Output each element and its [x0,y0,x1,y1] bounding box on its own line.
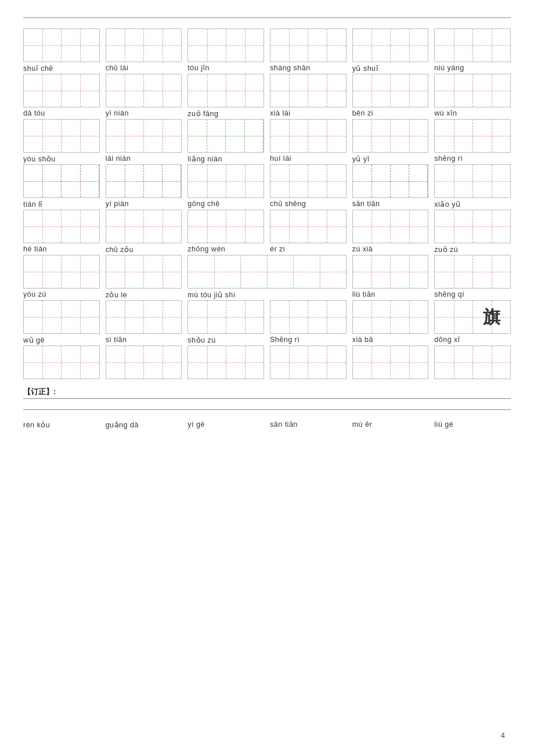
writing-box-1-1[interactable] [23,28,100,62]
label-2-5: běn zi [352,109,373,117]
sq [353,346,391,379]
bottom-label-1: rén kǒu [23,420,50,429]
writing-box-3-2[interactable] [106,119,182,153]
writing-box-5-5[interactable] [352,210,429,243]
writing-box-6-2[interactable] [106,255,182,289]
writing-box-1-6[interactable] [434,28,511,62]
writing-box-2-4[interactable] [270,74,347,107]
main-content: shuǐ chē chū lái tóu jīn shàng shān [23,28,511,399]
writing-box-1-3[interactable] [187,28,264,62]
writing-box-6-3[interactable] [187,255,346,289]
cell-1-3: tóu jīn [187,28,264,73]
sq [62,29,99,62]
writing-box-6-5[interactable] [352,255,429,289]
sq [144,255,181,288]
row-4: tián lǐ yí piàn gōng chē chū shēng [23,164,511,208]
writing-box-3-6[interactable] [434,119,511,153]
writing-box-5-1[interactable] [23,210,100,243]
label-6-3: mù tóu jiǔ shí [187,290,235,299]
writing-box-6-1[interactable] [23,255,100,289]
writing-box-2-1[interactable] [23,74,100,107]
cell-5-2: chū zǒu [106,210,182,254]
writing-box-7-3[interactable] [187,300,264,334]
writing-box-8-1[interactable] [23,345,100,379]
sq [106,210,144,243]
sq [106,120,144,152]
writing-box-8-2[interactable] [106,345,182,379]
writing-box-2-2[interactable] [106,74,182,107]
writing-box-8-3[interactable] [187,345,264,379]
writing-box-1-2[interactable] [106,28,182,62]
correction-line [23,398,511,399]
sq [353,301,391,333]
sq [435,165,472,197]
writing-box-4-2[interactable] [106,164,182,198]
label-7-3: shǒu zú [187,336,215,344]
sq [62,210,99,243]
label-5-1: hé tián [23,245,47,253]
writing-box-5-2[interactable] [106,210,182,243]
cell-4-3: gōng chē [187,164,264,208]
writing-box-6-6[interactable] [434,255,511,289]
bottom-label-6: liù gè [434,420,453,429]
sq [435,210,472,243]
writing-box-4-5[interactable] [352,164,429,198]
sq [241,255,294,288]
writing-box-4-3[interactable] [187,164,264,198]
sq [435,301,472,333]
cell-7-3: shǒu zú [187,300,264,344]
writing-box-5-6[interactable] [434,210,511,243]
writing-box-5-3[interactable] [187,210,264,243]
sq [473,210,510,243]
writing-box-3-1[interactable] [23,119,100,153]
writing-box-8-4[interactable] [270,345,347,379]
writing-box-8-5[interactable] [352,345,429,379]
writing-box-7-1[interactable] [23,300,100,334]
writing-box-7-2[interactable] [106,300,182,334]
sq [62,255,99,288]
writing-box-2-3[interactable] [187,74,264,107]
sq [270,165,308,197]
sq [308,301,345,333]
sq [188,255,241,288]
writing-box-4-6[interactable] [434,164,511,198]
row-1: shuǐ chē chū lái tóu jīn shàng shān [23,28,511,73]
writing-box-1-4[interactable] [270,28,347,62]
writing-box-7-6[interactable]: 旗 [434,300,511,334]
writing-box-3-4[interactable] [270,119,347,153]
sq [144,74,181,107]
cell-6-3: mù tóu jiǔ shí [187,255,346,299]
writing-box-7-4[interactable] [270,300,347,334]
label-4-5: sān tiān [352,200,380,208]
writing-box-2-6[interactable] [434,74,511,107]
writing-box-1-5[interactable] [352,28,429,62]
writing-box-4-1[interactable] [23,164,100,198]
label-5-4: ér zi [270,245,285,253]
cell-8-5 [352,345,429,379]
sq [188,74,226,107]
cell-3-1: yòu shǒu [23,119,100,163]
sq [391,301,428,333]
writing-box-5-4[interactable] [270,210,347,243]
writing-box-8-6[interactable] [434,345,511,379]
sq [391,346,428,379]
sq [391,210,428,243]
cell-7-6: 旗 dōng xī [434,300,511,344]
writing-box-7-5[interactable] [352,300,429,334]
sq [353,165,391,197]
writing-box-3-3[interactable] [187,119,264,153]
sq [144,120,181,152]
label-2-3: zuǒ fāng [187,109,218,118]
sq [106,165,144,197]
sq [308,210,345,243]
writing-box-4-4[interactable] [270,164,347,198]
writing-box-3-5[interactable] [352,119,429,153]
cell-8-4 [270,345,347,379]
row-6: yòu zú zǒu le mù tóu jiǔ shí liù tiān [23,255,511,299]
writing-box-2-5[interactable] [352,74,429,107]
label-5-5: zú xià [352,245,373,253]
label-5-3: zhōng wén [187,245,225,253]
row-8 [23,345,511,379]
sq [473,255,510,288]
sq [308,120,345,152]
